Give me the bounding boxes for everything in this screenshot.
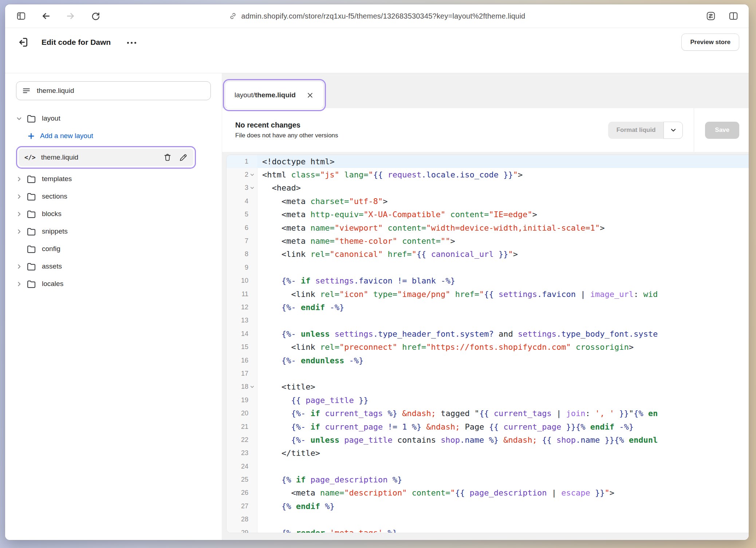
sidebar-folder-locales[interactable]: locales <box>16 275 211 293</box>
code-line-23[interactable]: 23 </title> <box>227 447 749 460</box>
code-line-14[interactable]: 14 {%- unless settings.type_header_font.… <box>227 327 749 340</box>
code-line-2[interactable]: 2<html class="js" lang="{{ request.local… <box>227 168 749 181</box>
code-text <box>257 513 749 526</box>
status-title: No recent changes <box>235 121 338 129</box>
sidebar-folder-config[interactable]: config <box>16 240 211 258</box>
file-search-input[interactable] <box>36 86 205 95</box>
sidebar-file-theme-liquid[interactable]: </>theme.liquid <box>19 149 193 166</box>
file-label: theme.liquid <box>41 153 78 161</box>
tab-close-button[interactable] <box>306 91 314 99</box>
line-number: 2 <box>227 168 257 181</box>
more-options-button[interactable] <box>124 37 139 47</box>
code-line-27[interactable]: 27 {% endif %} <box>227 500 749 513</box>
line-number: 9 <box>227 261 257 274</box>
sidebar-folder-templates[interactable]: templates <box>16 170 211 188</box>
code-text: <meta http-equiv="X-UA-Compatible" conte… <box>257 208 749 221</box>
code-line-9[interactable]: 9 <box>227 261 749 274</box>
line-number: 11 <box>227 287 257 301</box>
code-text: {%- endunless -%} <box>257 354 749 367</box>
code-text: <html class="js" lang="{{ request.locale… <box>257 168 749 181</box>
browser-right-controls <box>705 10 741 22</box>
address-bar[interactable]: admin.shopify.com/store/rzq1xu-f5/themes… <box>229 12 525 20</box>
code-line-16[interactable]: 16 {%- endunless -%} <box>227 354 749 367</box>
chevron-right-icon <box>16 193 22 200</box>
code-line-26[interactable]: 26 <meta name="description" content="{{ … <box>227 486 749 500</box>
chevron-right-icon <box>16 228 22 235</box>
sidebar-action-add-a-new-layout[interactable]: Add a new layout <box>16 127 211 145</box>
code-line-29[interactable]: 29 {% render 'meta-tags' %} <box>227 526 749 533</box>
line-number: 21 <box>227 420 257 433</box>
code-line-3[interactable]: 3 <head> <box>227 181 749 195</box>
status-subtitle: File does not have any other versions <box>235 132 338 139</box>
code-line-28[interactable]: 28 <box>227 513 749 526</box>
folder-icon <box>26 209 36 219</box>
sidebar-toggle-icon <box>16 11 26 21</box>
chevron-right-icon <box>16 263 22 270</box>
code-line-6[interactable]: 6 <meta name="viewport" content="width=d… <box>227 221 749 234</box>
exit-button[interactable] <box>15 34 31 51</box>
code-file-icon: </> <box>24 154 36 161</box>
edit-icon <box>179 153 188 162</box>
code-text: <meta name="description" content="{{ pag… <box>257 486 749 500</box>
folder-label: layout <box>42 114 60 122</box>
code-line-7[interactable]: 7 <meta name="theme-color" content=""> <box>227 234 749 247</box>
sidebar-folder-sections[interactable]: sections <box>16 188 211 205</box>
code-line-5[interactable]: 5 <meta http-equiv="X-UA-Compatible" con… <box>227 208 749 221</box>
code-line-20[interactable]: 20 {%- if current_tags %} &ndash; tagged… <box>227 407 749 420</box>
save-button[interactable]: Save <box>705 122 739 139</box>
code-line-18[interactable]: 18 <title> <box>227 380 749 394</box>
back-button[interactable] <box>40 10 52 22</box>
code-line-13[interactable]: 13 <box>227 314 749 327</box>
code-line-19[interactable]: 19 {{ page_title }} <box>227 394 749 407</box>
code-line-12[interactable]: 12 {%- endif -%} <box>227 301 749 314</box>
code-text: {% render 'meta-tags' %} <box>257 526 749 533</box>
code-line-22[interactable]: 22 {%- unless page_title contains shop.n… <box>227 433 749 446</box>
folder-label: assets <box>42 262 62 270</box>
back-arrow-icon <box>40 11 51 21</box>
sidebar-folder-blocks[interactable]: blocks <box>16 205 211 223</box>
code-line-1[interactable]: 1<!doctype html> <box>227 155 749 168</box>
code-line-21[interactable]: 21 {%- if current_page != 1 %} &ndash; P… <box>227 420 749 433</box>
code-text: {%- unless page_title contains shop.name… <box>257 433 749 446</box>
format-options-button[interactable] <box>664 122 683 139</box>
fold-toggle[interactable] <box>249 385 255 389</box>
line-number: 5 <box>227 208 257 221</box>
fold-toggle[interactable] <box>249 186 255 190</box>
code-line-17[interactable]: 17 <box>227 367 749 380</box>
url-text: admin.shopify.com/store/rzq1xu-f5/themes… <box>241 12 525 20</box>
code-line-15[interactable]: 15 <link rel="preconnect" href="https://… <box>227 340 749 353</box>
code-text: <meta charset="utf-8"> <box>257 195 749 208</box>
format-liquid-button[interactable]: Format liquid <box>608 122 664 139</box>
split-view-icon <box>728 11 739 21</box>
line-number: 28 <box>227 513 257 526</box>
line-number: 15 <box>227 340 257 353</box>
forward-button[interactable] <box>65 10 76 22</box>
reload-button[interactable] <box>90 10 101 22</box>
code-line-11[interactable]: 11 <link rel="icon" type="image/png" hre… <box>227 287 749 301</box>
folder-label: templates <box>42 175 72 183</box>
preview-store-button[interactable]: Preview store <box>681 34 739 51</box>
code-line-8[interactable]: 8 <link rel="canonical" href="{{ canonic… <box>227 248 749 261</box>
delete-file-button[interactable] <box>163 153 172 162</box>
rename-file-button[interactable] <box>179 153 188 162</box>
version-status: No recent changes File does not have any… <box>235 121 338 139</box>
code-text: <meta name="theme-color" content=""> <box>257 234 749 247</box>
sidebar-toggle-button[interactable] <box>15 10 27 22</box>
code-text: {% if page_description %} <box>257 473 749 486</box>
sidebar-folder-assets[interactable]: assets <box>16 258 211 275</box>
fold-toggle[interactable] <box>249 173 255 177</box>
tab-theme-liquid[interactable]: layout/theme.liquid <box>225 82 323 109</box>
code-line-24[interactable]: 24 <box>227 460 749 473</box>
code-text: <title> <box>257 380 749 394</box>
sidebar-folder-layout[interactable]: layout <box>16 110 211 127</box>
code-line-25[interactable]: 25 {% if page_description %} <box>227 473 749 486</box>
split-view-button[interactable] <box>728 10 739 22</box>
link-icon <box>229 12 237 20</box>
sidebar-folder-snippets[interactable]: snippets <box>16 223 211 240</box>
code-editor[interactable]: 1<!doctype html>2<html class="js" lang="… <box>227 155 749 533</box>
code-text <box>257 367 749 380</box>
chevron-right-icon <box>16 281 22 287</box>
code-line-10[interactable]: 10 {%- if settings.favicon != blank -%} <box>227 274 749 287</box>
code-line-4[interactable]: 4 <meta charset="utf-8"> <box>227 195 749 208</box>
page-settings-button[interactable] <box>705 10 717 22</box>
